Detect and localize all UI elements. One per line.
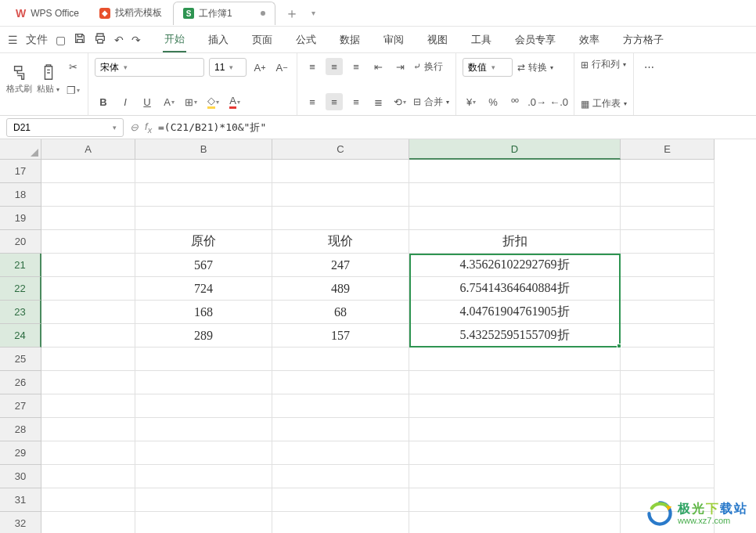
save-icon[interactable] xyxy=(74,32,86,47)
column-header[interactable]: C xyxy=(272,139,409,160)
cell[interactable] xyxy=(41,465,135,488)
hamburger-icon[interactable]: ☰ xyxy=(8,34,18,46)
row-header[interactable]: 21 xyxy=(0,254,41,277)
cell[interactable] xyxy=(41,277,135,301)
column-header[interactable]: A xyxy=(41,139,135,160)
row-header[interactable]: 32 xyxy=(0,512,41,533)
cell[interactable] xyxy=(272,465,409,488)
cell[interactable] xyxy=(272,394,409,418)
increase-decimal-icon[interactable]: .0→ xyxy=(528,93,545,110)
indent-dec-icon[interactable]: ⇤ xyxy=(369,58,387,75)
wrap-text-button[interactable]: ⤶ 换行 xyxy=(413,60,443,74)
cell[interactable]: 5.43252595155709折 xyxy=(409,324,621,348)
font-color-button[interactable]: A xyxy=(226,93,243,110)
row-header[interactable]: 29 xyxy=(0,441,41,465)
cell[interactable] xyxy=(621,324,715,348)
cell[interactable] xyxy=(272,418,409,441)
cell[interactable]: 489 xyxy=(272,277,409,301)
name-box[interactable]: D21 ▾ xyxy=(6,118,124,137)
cell[interactable] xyxy=(41,324,135,348)
cell[interactable] xyxy=(621,277,715,301)
align-left-icon[interactable]: ≡ xyxy=(304,93,321,110)
fill-color-button[interactable]: ◇ xyxy=(204,93,221,110)
column-header[interactable]: B xyxy=(135,139,272,160)
menu-tab[interactable]: 开始 xyxy=(163,27,186,52)
currency-icon[interactable]: ¥ xyxy=(463,93,480,110)
undo-icon[interactable]: ↶ xyxy=(114,34,124,46)
cell[interactable] xyxy=(41,418,135,441)
cell[interactable] xyxy=(41,371,135,394)
cell[interactable] xyxy=(272,160,409,183)
copy-icon[interactable]: ❐ xyxy=(64,81,81,99)
merge-button[interactable]: ⊟ 合并 ▾ xyxy=(413,95,449,109)
cell[interactable] xyxy=(135,512,272,533)
indent-inc-icon[interactable]: ⇥ xyxy=(391,58,409,75)
tab-list-dropdown-icon[interactable]: ▾ xyxy=(311,9,315,17)
menu-tab[interactable]: 会员专享 xyxy=(513,28,557,52)
cell[interactable] xyxy=(41,348,135,371)
cell[interactable] xyxy=(409,512,621,533)
app-tab[interactable]: W WPS Office xyxy=(6,2,88,25)
bold-button[interactable]: B xyxy=(95,93,112,110)
select-all-corner[interactable] xyxy=(0,139,41,160)
cell[interactable] xyxy=(409,488,621,512)
row-header[interactable]: 28 xyxy=(0,418,41,441)
cell[interactable] xyxy=(621,394,715,418)
cell[interactable]: 4.35626102292769折 xyxy=(409,254,621,277)
cell[interactable]: 157 xyxy=(272,324,409,348)
cell[interactable] xyxy=(272,441,409,465)
row-header[interactable]: 27 xyxy=(0,394,41,418)
align-middle-icon[interactable]: ≡ xyxy=(326,58,343,75)
cell[interactable] xyxy=(41,488,135,512)
cell[interactable] xyxy=(409,394,621,418)
docer-tab[interactable]: ◆ 找稻壳模板 xyxy=(90,2,171,25)
cell[interactable] xyxy=(135,183,272,207)
format-painter-icon[interactable] xyxy=(9,63,30,83)
cell[interactable] xyxy=(135,418,272,441)
cell[interactable] xyxy=(135,348,272,371)
ribbon-more-icon[interactable]: ⋯ xyxy=(640,58,657,75)
align-bottom-icon[interactable]: ≡ xyxy=(347,58,365,75)
row-header[interactable]: 23 xyxy=(0,301,41,324)
cell[interactable] xyxy=(135,488,272,512)
border-button[interactable]: ⊞ xyxy=(182,93,200,110)
formula-input[interactable]: =(C21/B21)*10&"折" xyxy=(158,121,750,135)
worksheet-button[interactable]: ▦ 工作表 ▾ xyxy=(581,97,627,110)
underline-button[interactable]: U xyxy=(139,93,156,110)
file-menu[interactable]: 文件 xyxy=(26,33,48,47)
cell[interactable] xyxy=(41,394,135,418)
font-name-select[interactable]: 宋体▾ xyxy=(95,58,204,77)
cell[interactable]: 247 xyxy=(272,254,409,277)
cell[interactable] xyxy=(409,207,621,230)
menu-tab[interactable]: 公式 xyxy=(294,28,318,52)
row-header[interactable]: 31 xyxy=(0,488,41,512)
redo-icon[interactable]: ↷ xyxy=(131,34,141,46)
workbook-tab[interactable]: S 工作簿1 xyxy=(173,2,275,25)
align-center-icon[interactable]: ≡ xyxy=(326,93,343,110)
cell[interactable] xyxy=(621,465,715,488)
column-header[interactable]: E xyxy=(621,139,715,160)
cell[interactable]: 6.75414364640884折 xyxy=(409,277,621,301)
cell[interactable] xyxy=(272,183,409,207)
cell[interactable] xyxy=(621,207,715,230)
menu-tab[interactable]: 视图 xyxy=(426,28,449,52)
increase-font-icon[interactable]: A+ xyxy=(251,59,268,76)
cell[interactable] xyxy=(135,371,272,394)
cell[interactable] xyxy=(272,512,409,533)
cell[interactable] xyxy=(621,160,715,183)
row-header[interactable]: 26 xyxy=(0,371,41,394)
percent-icon[interactable]: % xyxy=(484,93,502,110)
cell[interactable]: 168 xyxy=(135,301,272,324)
cell[interactable] xyxy=(135,465,272,488)
new-icon[interactable]: ▢ xyxy=(56,34,66,46)
decrease-decimal-icon[interactable]: ←.0 xyxy=(550,93,567,110)
orientation-icon[interactable]: ⟲ xyxy=(391,93,409,110)
row-header[interactable]: 18 xyxy=(0,183,41,207)
cell[interactable] xyxy=(409,183,621,207)
cell[interactable] xyxy=(409,160,621,183)
cell[interactable] xyxy=(272,207,409,230)
cell[interactable] xyxy=(135,441,272,465)
row-header[interactable]: 20 xyxy=(0,230,41,254)
cell[interactable] xyxy=(621,441,715,465)
cell[interactable]: 68 xyxy=(272,301,409,324)
